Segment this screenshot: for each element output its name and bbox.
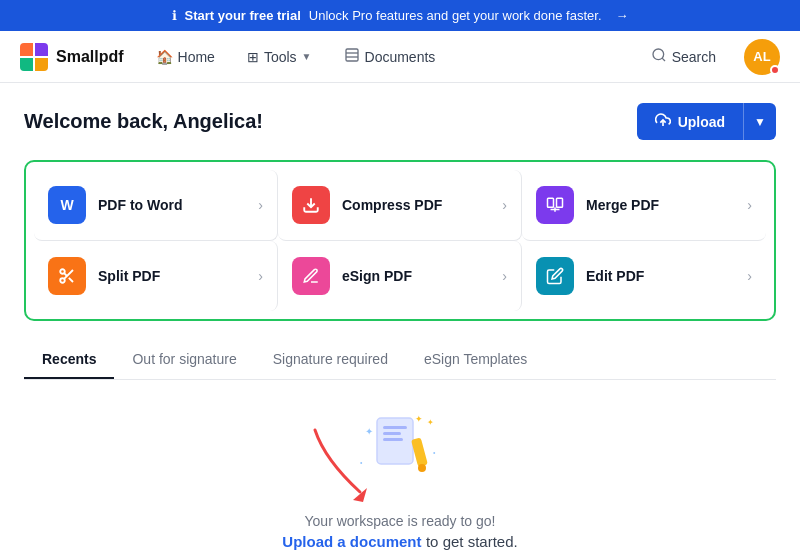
svg-rect-8 xyxy=(557,198,563,207)
svg-text:•: • xyxy=(360,459,363,466)
edit-pdf-chevron: › xyxy=(747,268,752,284)
tab-recents-label: Recents xyxy=(42,351,96,367)
empty-illustration: ✦ ✦ • • ✦ xyxy=(335,410,465,505)
tools-icon: ⊞ xyxy=(247,49,259,65)
logo[interactable]: Smallpdf xyxy=(20,43,124,71)
main-content: Welcome back, Angelica! Upload ▼ W PDF t… xyxy=(0,83,800,553)
tab-signature-required-label: Signature required xyxy=(273,351,388,367)
tab-out-for-signature[interactable]: Out for signature xyxy=(114,341,254,379)
chevron-down-icon: ▼ xyxy=(302,51,312,62)
logo-text: Smallpdf xyxy=(56,48,124,66)
svg-line-4 xyxy=(662,58,665,61)
banner-arrow: → xyxy=(616,8,629,23)
upload-button[interactable]: Upload xyxy=(637,103,743,140)
svg-point-22 xyxy=(418,464,426,472)
edit-pdf-icon xyxy=(536,257,574,295)
nav-tools[interactable]: ⊞ Tools ▼ xyxy=(235,43,324,71)
tool-edit-pdf[interactable]: Edit PDF › xyxy=(522,241,766,311)
empty-state-action: Upload a document to get started. xyxy=(282,533,517,551)
nav-tools-label: Tools xyxy=(264,49,297,65)
upload-button-group: Upload ▼ xyxy=(637,103,776,140)
svg-line-14 xyxy=(69,278,73,282)
upload-document-link[interactable]: Upload a document xyxy=(282,533,421,550)
banner-bold-text: Start your free trial xyxy=(185,8,301,23)
avatar-initials: AL xyxy=(753,49,770,64)
nav-home[interactable]: 🏠 Home xyxy=(144,43,227,71)
warning-icon: ℹ xyxy=(172,8,177,23)
nav-documents-label: Documents xyxy=(365,49,436,65)
nav-home-label: Home xyxy=(178,49,215,65)
svg-point-11 xyxy=(60,269,65,274)
pdf-to-word-label: PDF to Word xyxy=(98,197,246,213)
tab-esign-templates[interactable]: eSign Templates xyxy=(406,341,545,379)
tool-esign-pdf[interactable]: eSign PDF › xyxy=(278,241,522,311)
welcome-message: Welcome back, Angelica! xyxy=(24,110,263,133)
upload-button-label: Upload xyxy=(678,114,725,130)
svg-point-12 xyxy=(60,278,65,283)
svg-rect-18 xyxy=(383,426,407,429)
svg-line-15 xyxy=(64,273,67,276)
esign-pdf-icon xyxy=(292,257,330,295)
pdf-to-word-chevron: › xyxy=(258,197,263,213)
svg-rect-0 xyxy=(346,49,358,61)
navbar: Smallpdf 🏠 Home ⊞ Tools ▼ Documents Sear… xyxy=(0,31,800,83)
top-banner[interactable]: ℹ Start your free trial Unlock Pro featu… xyxy=(0,0,800,31)
svg-text:•: • xyxy=(433,449,436,456)
tool-split-pdf[interactable]: Split PDF › xyxy=(34,241,278,311)
compress-pdf-chevron: › xyxy=(502,197,507,213)
svg-rect-7 xyxy=(548,198,554,207)
pdf-to-word-icon: W xyxy=(48,186,86,224)
split-pdf-chevron: › xyxy=(258,268,263,284)
svg-point-3 xyxy=(653,49,664,60)
avatar-notification-dot xyxy=(770,65,780,75)
upload-icon xyxy=(655,112,671,131)
tab-out-for-signature-label: Out for signature xyxy=(132,351,236,367)
merge-pdf-chevron: › xyxy=(747,197,752,213)
compress-pdf-label: Compress PDF xyxy=(342,197,490,213)
esign-pdf-chevron: › xyxy=(502,268,507,284)
edit-pdf-label: Edit PDF xyxy=(586,268,735,284)
tool-compress-pdf[interactable]: Compress PDF › xyxy=(278,170,522,241)
home-icon: 🏠 xyxy=(156,49,173,65)
logo-icon xyxy=(20,43,48,71)
tool-merge-pdf[interactable]: Merge PDF › xyxy=(522,170,766,241)
compress-pdf-icon xyxy=(292,186,330,224)
merge-pdf-icon xyxy=(536,186,574,224)
svg-rect-19 xyxy=(383,432,401,435)
empty-state: ✦ ✦ • • ✦ Your workspace is ready to go!… xyxy=(24,380,776,553)
svg-text:✦: ✦ xyxy=(365,426,373,437)
welcome-row: Welcome back, Angelica! Upload ▼ xyxy=(24,103,776,140)
svg-text:✦: ✦ xyxy=(415,414,423,424)
svg-rect-20 xyxy=(383,438,403,441)
nav-search[interactable]: Search xyxy=(639,41,728,72)
nav-documents[interactable]: Documents xyxy=(332,41,448,72)
split-pdf-label: Split PDF xyxy=(98,268,246,284)
banner-regular-text: Unlock Pro features and get your work do… xyxy=(309,8,602,23)
tab-signature-required[interactable]: Signature required xyxy=(255,341,406,379)
upload-chevron-icon: ▼ xyxy=(754,115,766,129)
tab-recents[interactable]: Recents xyxy=(24,341,114,379)
svg-text:✦: ✦ xyxy=(427,418,434,427)
merge-pdf-label: Merge PDF xyxy=(586,197,735,213)
empty-state-after-link-text: to get started. xyxy=(426,533,518,550)
avatar[interactable]: AL xyxy=(744,39,780,75)
tool-grid-wrapper: W PDF to Word › Compress PDF › Merge PDF… xyxy=(24,160,776,321)
tabs-row: Recents Out for signature Signature requ… xyxy=(24,341,776,380)
documents-icon xyxy=(344,47,360,66)
tab-esign-templates-label: eSign Templates xyxy=(424,351,527,367)
upload-dropdown-button[interactable]: ▼ xyxy=(743,103,776,140)
tool-pdf-to-word[interactable]: W PDF to Word › xyxy=(34,170,278,241)
empty-state-text: Your workspace is ready to go! xyxy=(305,513,496,529)
search-icon xyxy=(651,47,667,66)
workspace-illustration: ✦ ✦ • • ✦ xyxy=(355,410,445,490)
tool-grid: W PDF to Word › Compress PDF › Merge PDF… xyxy=(34,170,766,311)
split-pdf-icon xyxy=(48,257,86,295)
esign-pdf-label: eSign PDF xyxy=(342,268,490,284)
nav-search-label: Search xyxy=(672,49,716,65)
